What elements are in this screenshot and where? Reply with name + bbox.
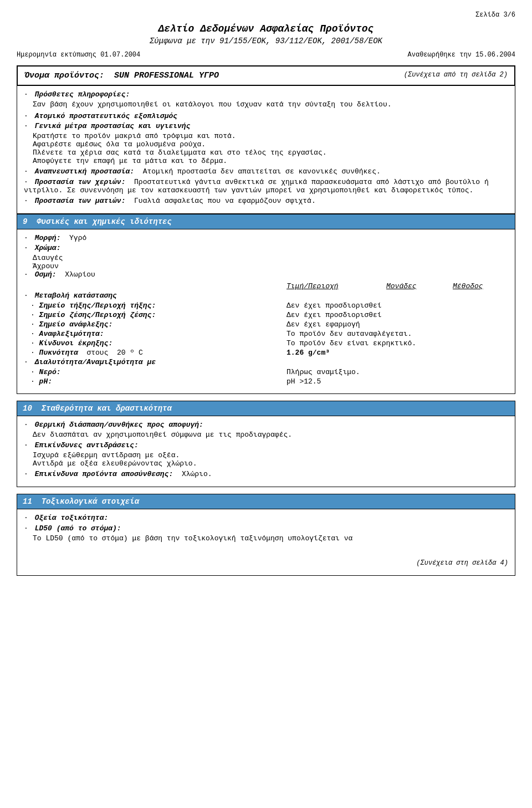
explosion-label: · Κίνδυνοι έκρηξης:	[24, 339, 287, 347]
ph-row: · pH: pH >12.5	[24, 377, 508, 386]
odor-row: Οσμή: Χλωρίου	[24, 270, 508, 279]
dangerous-reactions-text2: Αντιδρά με οξέα ελευθερώνοντας χλώριο.	[33, 459, 508, 468]
flammability-value: Το προϊόν δεν αυταναφλέγεται.	[287, 330, 508, 338]
section9-header: 9 Φυσικές και χημικές ιδιότητες	[17, 214, 515, 229]
continued-to: (Συνέχεια στη σελίδα 4)	[24, 559, 508, 567]
flammability-row: · Αναφλεξιμότητα: Το προϊόν δεν αυταναφλ…	[24, 330, 508, 338]
melting-row: · Σημείο τήξης/Περιοχή τήξης: Δεν έχει π…	[24, 301, 508, 310]
density-value: 1.26 g/cm³	[287, 349, 508, 357]
color-value2: Άχρουν	[33, 262, 508, 270]
solubility-label: Διαλυτότητα/Αναμιξιμότητα με	[24, 358, 508, 366]
flash-row: · Σημείο ανάφλεξης: Δεν έχει εφαρμογή	[24, 320, 508, 329]
product-name: Όνομα προϊόντος: SUN PROFESSIONAL ΥΓΡΟ	[24, 71, 219, 80]
water-label: · Νερό:	[24, 368, 287, 376]
properties-table-header: Τιμή/Περιοχή Μονάδες Μέθοδος	[24, 282, 508, 290]
ld50-text: Το LD50 (από το στόμα) με βάση την τοξικ…	[33, 534, 508, 543]
revised-date: Αναθεωρήθηκε την 15.06.2004	[408, 51, 515, 59]
general-measures-text1: Κρατήστε το προϊόν μακριά από τρόφιμα κα…	[33, 132, 508, 140]
explosion-row: · Κίνδυνοι έκρηξης: Το προϊόν δεν είναι …	[24, 339, 508, 347]
thermal-row: Θερμική διάσπαση/συνθήκες προς αποφυγή:	[24, 421, 508, 429]
section10-title: Σταθερότητα και δραστικότητα	[42, 404, 172, 413]
general-measures-text3: Πλένετε τα χέρια σας κατά τα διαλείμματα…	[33, 149, 508, 157]
section10-header: 10 Σταθερότητα και δραστικότητα	[17, 401, 515, 416]
continued-from: (Συνέχεια από τη σελίδα 2)	[404, 71, 508, 79]
ppe-label: Ατομικό προστατευτικός εξοπλισμός	[24, 112, 508, 120]
acute-tox-label: Οξεία τοξικότητα:	[24, 514, 508, 522]
dangerous-reactions-text1: Ισχυρά εξώθερμη αντίδραση με οξέα.	[33, 451, 508, 459]
section10-number: 10	[23, 404, 32, 413]
general-measures-label: Γενικά μέτρα προστασίας και υγιεινής	[24, 122, 508, 130]
sub-title: Σύμφωνα με την 91/155/ΕΟΚ, 93/112/ΕΟΚ, 2…	[17, 37, 515, 45]
section10-content: Θερμική διάσπαση/συνθήκες προς αποφυγή: …	[17, 416, 515, 487]
explosion-value: Το προϊόν δεν είναι εκρηκτικό.	[287, 339, 508, 347]
water-value: Πλήρως αναμίξιμο.	[287, 368, 508, 376]
color-value1: Διαυγές	[33, 254, 508, 262]
section11-content: Οξεία τοξικότητα: LD50 (από το στόμα): Τ…	[17, 509, 515, 576]
product-name-box: Όνομα προϊόντος: SUN PROFESSIONAL ΥΓΡΟ (…	[17, 65, 515, 86]
flammability-label: · Αναφλεξιμότητα:	[24, 330, 287, 338]
ph-label: · pH:	[24, 377, 287, 386]
eye-protection: Προστασία των ματιών: Γυαλιά ασφαλείας π…	[24, 197, 508, 205]
flash-value: Δεν έχει εφαρμογή	[287, 320, 386, 329]
flash-label: · Σημείο ανάφλεξης:	[24, 320, 287, 329]
section9-title: Φυσικές και χημικές ιδιότητες	[37, 217, 172, 226]
top-content-section: Πρόσθετες πληροφορίες: Σαν βάση έχουν χρ…	[17, 86, 515, 214]
col-value-header: Τιμή/Περιοχή	[287, 282, 386, 290]
empty-col	[24, 282, 287, 290]
additional-info-label: Πρόσθετες πληροφορίες:	[35, 90, 130, 99]
boiling-row: · Σημείο ζέσης/Περιοχή ζέσης: Δεν έχει π…	[24, 311, 508, 319]
ld50-label: LD50 (από το στόμα):	[24, 524, 508, 533]
hand-protection: Προστασία των χεριών: Προστατευτικά γάντ…	[24, 178, 508, 195]
dangerous-products-row: Επικίνδυνα προϊόντα αποσύνθεσης: Χλώριο.	[24, 470, 508, 478]
melting-value: Δεν έχει προσδιορισθεί	[287, 301, 386, 310]
respiratory-protection: Αναπνευστική προστασία: Ατομική προστασί…	[24, 167, 508, 176]
water-row: · Νερό: Πλήρως αναμίξιμο.	[24, 368, 508, 376]
boiling-value: Δεν έχει προσδιορισθεί	[287, 311, 386, 319]
general-measures-text4: Αποφύγετε την επαφή με τα μάτια και το δ…	[33, 157, 508, 165]
form-row: Μορφή: Υγρό	[24, 234, 508, 242]
density-label: · Πυκνότητα στους 20 º C	[24, 349, 287, 357]
section9-number: 9	[23, 217, 27, 226]
additional-info-text: Σαν βάση έχουν χρησιμοποιηθεί οι κατάλογ…	[33, 100, 508, 109]
boiling-label: · Σημείο ζέσης/Περιοχή ζέσης:	[24, 311, 287, 319]
section9-content: Μορφή: Υγρό Χρώμα: Διαυγές Άχρουν Οσμή: …	[17, 229, 515, 394]
color-row: Χρώμα:	[24, 244, 508, 252]
main-title: Δελτίο Δεδομένων Ασφαλείας Προϊόντος	[17, 23, 515, 34]
section11-number: 11	[23, 497, 32, 506]
section11-header: 11 Τοξικολογικά στοιχεία	[17, 494, 515, 509]
product-label: Όνομα προϊόντος:	[24, 71, 104, 80]
ph-value: pH >12.5	[287, 377, 508, 386]
col-method-header: Μέθοδος	[453, 282, 508, 290]
thermal-text: Δεν διασπάται αν χρησιμοποιηθεί σύμφωνα …	[33, 431, 508, 439]
additional-info: Πρόσθετες πληροφορίες:	[24, 90, 508, 99]
col-unit-header: Μονάδες	[386, 282, 453, 290]
dangerous-reactions-label: Επικίνδυνες αντιδράσεις:	[24, 441, 508, 449]
general-measures-text2: Αφαιρέστε αμέσως όλα τα μολυσμένα ρούχα.	[33, 140, 508, 149]
section11-title: Τοξικολογικά στοιχεία	[42, 497, 139, 506]
page-number: Σελίδα 3/6	[17, 11, 515, 19]
state-change-label: Μεταβολή κατάστασης	[24, 292, 508, 300]
product-name-value: SUN PROFESSIONAL ΥΓΡΟ	[114, 71, 219, 80]
density-row: · Πυκνότητα στους 20 º C 1.26 g/cm³	[24, 349, 508, 357]
print-date: Ημερομηνία εκτύπωσης 01.07.2004	[17, 51, 140, 59]
melting-label: · Σημείο τήξης/Περιοχή τήξης:	[24, 301, 287, 310]
